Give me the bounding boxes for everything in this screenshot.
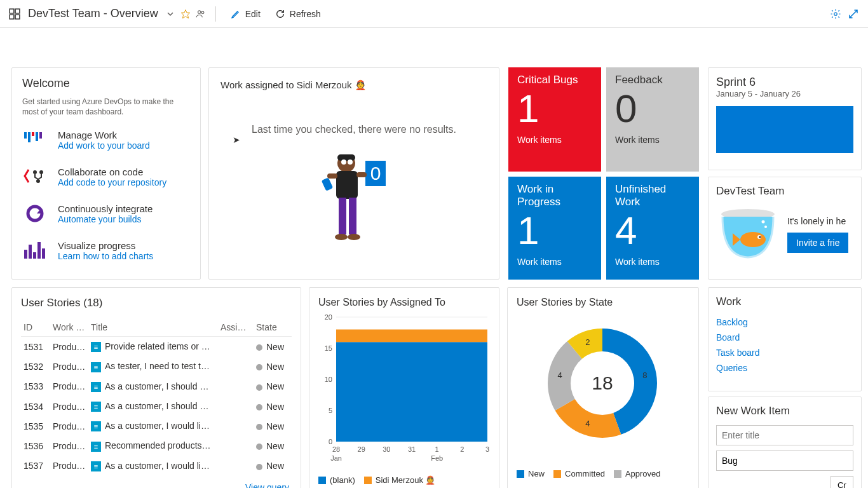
tile-unfinished-work[interactable]: Unfinished Work 4 Work items <box>606 177 699 280</box>
fishbowl-icon <box>716 205 780 263</box>
board-icon <box>22 127 48 152</box>
welcome-item-link[interactable]: Add code to your repository <box>58 177 166 187</box>
svg-rect-31 <box>349 198 356 234</box>
team-icon[interactable] <box>195 8 207 20</box>
table-row[interactable]: 1534Produ…≡As a customer, I should …New <box>21 396 292 416</box>
state-dot-icon <box>256 464 262 470</box>
chart-by-state: User Stories by State 844218 NewCommitte… <box>507 287 699 488</box>
chart-icon <box>22 238 48 263</box>
table-row[interactable]: 1536Produ…≡Recommended products…New <box>21 436 292 456</box>
state-dot-icon <box>256 364 262 370</box>
settings-icon[interactable] <box>830 8 841 20</box>
tile-sub: Work items <box>517 257 592 267</box>
tile-feedback[interactable]: Feedback 0 Work items <box>606 67 699 172</box>
sprint-dates: January 5 - January 26 <box>716 89 853 98</box>
legend-item: (blank) <box>318 475 355 485</box>
type-input[interactable] <box>716 451 853 471</box>
refresh-icon <box>275 8 286 20</box>
area-chart: 0510152028293031123JanFeb <box>318 313 491 466</box>
welcome-item: Visualize progressLearn how to add chart… <box>22 238 190 263</box>
svg-text:0: 0 <box>329 438 332 445</box>
svg-point-6 <box>201 11 204 13</box>
chevron-down-icon[interactable] <box>165 8 176 20</box>
welcome-item-link[interactable]: Automate your builds <box>58 214 153 224</box>
svg-rect-2 <box>10 15 14 19</box>
svg-text:8: 8 <box>642 370 647 380</box>
sprint-title: Sprint 6 <box>716 76 853 89</box>
svg-rect-12 <box>39 132 42 139</box>
person-illustration: 0 <box>220 148 487 250</box>
tile-value: 0 <box>615 89 690 128</box>
svg-text:4: 4 <box>557 370 562 380</box>
svg-point-13 <box>33 170 37 174</box>
edit-label: Edit <box>245 9 261 19</box>
svg-point-7 <box>834 12 837 15</box>
table-row[interactable]: 1532Produ…≡As tester, I need to test t…N… <box>21 356 292 376</box>
svg-text:4: 4 <box>585 419 590 428</box>
col-id[interactable]: ID <box>21 318 50 337</box>
svg-rect-18 <box>29 245 32 259</box>
welcome-item-link[interactable]: Learn how to add charts <box>58 251 153 261</box>
col-title[interactable]: Title <box>88 318 218 337</box>
col-state[interactable]: State <box>254 318 292 337</box>
fullscreen-icon[interactable] <box>848 8 859 20</box>
work-link[interactable]: Queries <box>716 360 853 376</box>
tile-sub: Work items <box>615 135 690 145</box>
code-icon <box>22 164 48 189</box>
workitem-icon: ≡ <box>91 362 101 372</box>
svg-rect-29 <box>356 172 367 177</box>
col-assigned[interactable]: Assig… <box>218 318 254 337</box>
svg-point-39 <box>759 236 761 238</box>
col-worktype[interactable]: Work … <box>50 318 88 337</box>
edit-button[interactable]: Edit <box>225 6 266 22</box>
separator <box>215 6 216 22</box>
table-row[interactable]: 1531Produ…≡Provide related items or …New <box>21 337 292 357</box>
dashboard-title[interactable]: DevTest Team - Overview <box>28 7 158 20</box>
cycle-icon <box>22 201 48 226</box>
refresh-label: Refresh <box>290 9 321 19</box>
state-dot-icon <box>256 384 262 391</box>
svg-text:2: 2 <box>585 337 590 347</box>
stories-title: User Stories (18) <box>21 297 292 309</box>
team-lonely-text: It's lonely in he <box>787 216 848 226</box>
chart-legend: (blank)Sidi Merzouk 👲 <box>318 475 490 485</box>
welcome-item: Continuously integrateAutomate your buil… <box>22 201 190 226</box>
svg-text:5: 5 <box>329 407 332 414</box>
stories-table: ID Work … Title Assig… State 1531Produ…≡… <box>21 318 292 476</box>
svg-rect-8 <box>24 132 27 139</box>
work-link[interactable]: Board <box>716 330 853 345</box>
svg-marker-4 <box>181 10 189 18</box>
svg-text:29: 29 <box>358 445 365 453</box>
work-link[interactable]: Backlog <box>716 315 853 330</box>
tile-critical-bugs[interactable]: Critical Bugs 1 Work items <box>508 67 601 172</box>
invite-button[interactable]: Invite a frie <box>787 233 848 253</box>
view-query-link[interactable]: View query <box>21 482 292 488</box>
refresh-button[interactable]: Refresh <box>269 6 326 22</box>
svg-rect-25 <box>337 154 355 161</box>
workitem-icon: ≡ <box>91 342 101 352</box>
table-row[interactable]: 1535Produ…≡As a customer, I would li…New <box>21 416 292 436</box>
tile-work-in-progress[interactable]: Work in Progress 1 Work items <box>508 177 601 280</box>
svg-rect-27 <box>327 173 337 179</box>
welcome-item-title: Visualize progress <box>58 240 153 251</box>
welcome-item-title: Collaborate on code <box>58 166 166 177</box>
welcome-item-link[interactable]: Add work to your board <box>58 140 150 151</box>
svg-text:1: 1 <box>435 445 439 453</box>
table-row[interactable]: 1537Produ…≡As a customer, I would li…New <box>21 456 292 476</box>
work-link[interactable]: Task board <box>716 345 853 360</box>
svg-rect-17 <box>24 250 27 259</box>
pencil-icon <box>230 8 241 20</box>
create-button[interactable]: Cr <box>831 476 853 488</box>
svg-rect-28 <box>322 177 333 191</box>
title-input[interactable] <box>716 425 853 445</box>
chart-assigned-to: User Stories by Assigned To 051015202829… <box>309 287 499 488</box>
svg-rect-10 <box>32 132 34 136</box>
table-row[interactable]: 1533Produ…≡As a customer, I should …New <box>21 377 292 396</box>
svg-rect-20 <box>37 242 41 259</box>
assigned-msg: Last time you checked, there were no res… <box>220 124 487 135</box>
star-icon[interactable] <box>180 8 191 20</box>
svg-point-32 <box>335 234 348 240</box>
legend-item: Committed <box>553 469 605 478</box>
chart-title: User Stories by State <box>517 297 689 308</box>
sprint-widget[interactable]: Sprint 6 January 5 - January 26 <box>708 67 862 170</box>
